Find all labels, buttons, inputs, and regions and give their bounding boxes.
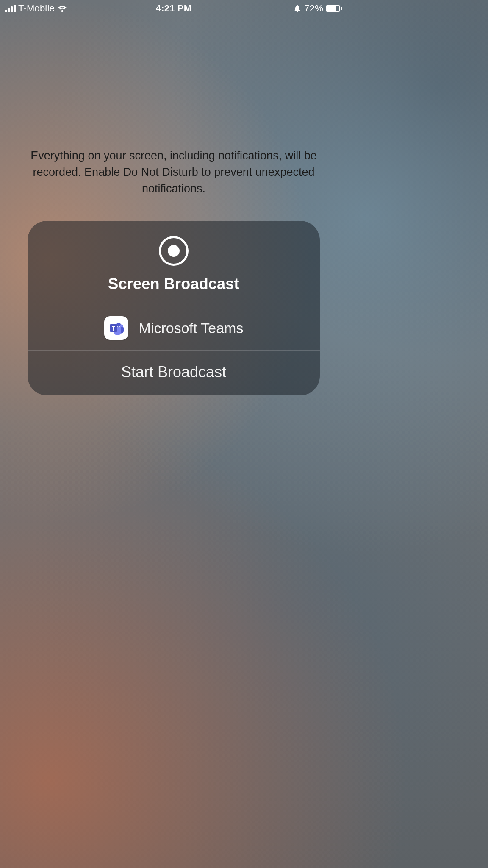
battery-percent-label: 72% [304,3,323,14]
cellular-signal-icon [5,5,16,12]
svg-point-1 [120,325,123,328]
broadcast-warning-text: Everything on your screen, including not… [0,147,347,197]
carrier-label: T-Mobile [18,3,55,14]
broadcast-app-selector[interactable]: Microsoft Teams [28,306,320,350]
broadcast-title: Screen Broadcast [108,275,239,293]
status-bar: T-Mobile 4:21 PM 72% [0,0,347,17]
record-dot-icon [168,245,180,257]
broadcast-app-name: Microsoft Teams [139,320,244,337]
wifi-icon [57,5,67,12]
battery-icon [326,5,342,12]
status-bar-left: T-Mobile [5,3,67,14]
status-bar-time: 4:21 PM [156,3,192,14]
record-icon [159,236,189,266]
start-broadcast-button[interactable]: Start Broadcast [28,351,320,395]
microsoft-teams-icon [104,316,128,340]
alarm-icon [293,4,302,13]
broadcast-header: Screen Broadcast [28,221,320,306]
start-broadcast-label: Start Broadcast [121,363,226,381]
screen-broadcast-card: Screen Broadcast Microsoft Teams Start B… [28,221,320,395]
status-bar-right: 72% [293,3,342,14]
